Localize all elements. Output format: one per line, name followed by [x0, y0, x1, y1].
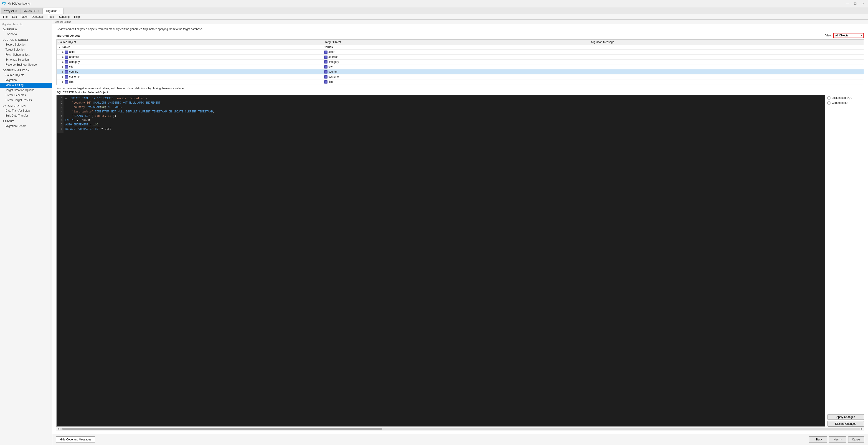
- table-row[interactable]: ▶ city city: [57, 64, 864, 69]
- next-button[interactable]: Next >: [829, 436, 846, 443]
- scroll-right-arrow[interactable]: ▶: [861, 427, 863, 430]
- msg-cell: [589, 75, 864, 80]
- menu-view[interactable]: View: [19, 15, 30, 19]
- sidebar-item-create-target-results[interactable]: Create Target Results: [0, 98, 52, 103]
- tab-azmysql[interactable]: azmysql ✕: [1, 8, 20, 14]
- description-text: Review and edit migrated objects. You ca…: [57, 28, 864, 31]
- sidebar-item-source-selection[interactable]: Source Selection: [0, 42, 52, 47]
- sidebar-item-source-objects[interactable]: Source Objects: [0, 72, 52, 78]
- table-icon: [324, 60, 328, 63]
- row-expand-icon[interactable]: ▶: [62, 65, 64, 68]
- tab-myjoliedb[interactable]: MyJolieDB ✕: [21, 8, 42, 14]
- lock-sql-checkbox[interactable]: [828, 96, 831, 99]
- tab-migration-label: Migration: [46, 9, 57, 12]
- footer-nav-buttons: < Back Next > Cancel: [809, 436, 864, 443]
- tab-myjoliedb-close[interactable]: ✕: [38, 10, 40, 12]
- table-icon: [65, 60, 68, 63]
- objects-table: Source Object Target Object Migration Me…: [57, 39, 864, 85]
- sql-line-numbers: 1 2 3 4 5 6 7 8: [57, 95, 63, 133]
- sql-code[interactable]: ⊖ CREATE TABLE IF NOT EXISTS `sakila`.`c…: [63, 95, 216, 133]
- sidebar: Migration Task List OVERVIEW Overview SO…: [0, 20, 52, 445]
- menu-tools[interactable]: Tools: [46, 15, 57, 19]
- table-row[interactable]: ▼ Tables Tables: [57, 45, 864, 50]
- maximize-button[interactable]: ❑: [852, 2, 859, 6]
- comment-out-checkbox[interactable]: [828, 101, 831, 105]
- target-cell: film: [323, 79, 589, 84]
- menu-scripting[interactable]: Scripting: [57, 15, 72, 19]
- sql-collapse-icon[interactable]: ⊖: [65, 97, 67, 100]
- col-header-source: Source Object: [57, 39, 323, 45]
- msg-cell: [589, 79, 864, 84]
- row-expand-icon[interactable]: ▶: [62, 76, 64, 78]
- content-area: Manual Editing Review and edit migrated …: [52, 20, 868, 445]
- table-row[interactable]: ▶ category category: [57, 59, 864, 64]
- cancel-button[interactable]: Cancel: [848, 436, 864, 443]
- back-button[interactable]: < Back: [809, 436, 827, 443]
- tab-azmysql-close[interactable]: ✕: [15, 10, 17, 12]
- table-row-country[interactable]: ▶ country country: [57, 69, 864, 75]
- sql-editor-container: 1 2 3 4 5 6 7 8 ⊖ CREATE TABLE IF NOT EX…: [57, 95, 864, 426]
- row-expand-icon[interactable]: ▶: [62, 51, 64, 53]
- table-icon: [65, 56, 68, 59]
- table-row[interactable]: ▶ actor actor: [57, 50, 864, 55]
- sidebar-item-target-selection[interactable]: Target Selection: [0, 47, 52, 52]
- tab-migration[interactable]: Migration ✕: [43, 8, 63, 14]
- row-expand-icon[interactable]: ▶: [62, 81, 64, 83]
- table-row[interactable]: ▶ film_actor film_actor: [57, 84, 864, 85]
- table-icon: [65, 70, 68, 73]
- menu-edit[interactable]: Edit: [10, 15, 19, 19]
- tree-expand-icon[interactable]: ▼: [59, 46, 61, 49]
- sidebar-item-target-creation[interactable]: Target Creation Options: [0, 88, 52, 93]
- menu-help[interactable]: Help: [72, 15, 82, 19]
- footer: Hide Code and Messages < Back Next > Can…: [52, 434, 868, 445]
- menu-file[interactable]: File: [1, 15, 10, 19]
- sql-options: Lock edited SQL Comment out Apply Change…: [828, 95, 864, 426]
- target-cell: actor: [323, 50, 589, 55]
- view-dropdown[interactable]: All Objects Migration Problems Column Ma…: [833, 33, 864, 38]
- apply-changes-button[interactable]: Apply Changes: [828, 414, 864, 420]
- msg-cell: [589, 50, 864, 55]
- scroll-left-arrow[interactable]: ◀: [57, 427, 59, 430]
- table-row[interactable]: ▶ film film: [57, 79, 864, 84]
- discard-changes-button[interactable]: Discard Changes: [828, 421, 864, 426]
- target-cell: film_actor: [323, 84, 589, 85]
- sql-editor[interactable]: 1 2 3 4 5 6 7 8 ⊖ CREATE TABLE IF NOT EX…: [57, 95, 825, 426]
- source-cell: ▶ film: [57, 79, 323, 84]
- tab-migration-close[interactable]: ✕: [59, 10, 61, 12]
- menu-database[interactable]: Database: [30, 15, 46, 19]
- sidebar-item-bulk-data-transfer[interactable]: Bulk Data Transfer: [0, 113, 52, 118]
- table-icon: [324, 51, 328, 54]
- scroll-track[interactable]: [60, 428, 860, 430]
- sidebar-item-schemas-selection[interactable]: Schemas Selection: [0, 57, 52, 62]
- scroll-thumb[interactable]: [62, 428, 382, 430]
- table-icon: [324, 70, 328, 73]
- target-group-label: Tables: [323, 45, 589, 50]
- sql-note: You can rename target schemas and tables…: [57, 87, 864, 90]
- horizontal-scrollbar[interactable]: ◀ ▶: [57, 426, 864, 431]
- sidebar-item-migration-report[interactable]: Migration Report: [0, 124, 52, 128]
- table-icon: [324, 65, 328, 68]
- table-row[interactable]: ▶ customer customer: [57, 75, 864, 80]
- lock-sql-label: Lock edited SQL: [832, 96, 852, 99]
- table-icon: [324, 56, 328, 59]
- table-icon: [65, 80, 68, 84]
- sidebar-item-create-schemas[interactable]: Create Schemas: [0, 93, 52, 98]
- sidebar-item-manual-editing[interactable]: Manual Editing: [0, 83, 52, 88]
- hide-code-button[interactable]: Hide Code and Messages: [56, 436, 95, 443]
- tab-azmysql-label: azmysql: [4, 9, 14, 13]
- sidebar-item-migration[interactable]: Migration: [0, 78, 52, 83]
- lock-sql-row: Lock edited SQL: [828, 96, 864, 99]
- table-row[interactable]: ▶ address address: [57, 54, 864, 59]
- comment-out-label: Comment out: [832, 101, 848, 105]
- close-button[interactable]: ✕: [860, 2, 866, 6]
- source-cell: ▶ address: [57, 54, 323, 59]
- row-expand-icon[interactable]: ▶: [62, 70, 64, 73]
- row-expand-icon[interactable]: ▶: [62, 61, 64, 63]
- sidebar-item-reverse-engineer[interactable]: Reverse Engineer Source: [0, 62, 52, 67]
- sidebar-item-overview[interactable]: Overview: [0, 32, 52, 37]
- minimize-button[interactable]: —: [844, 2, 850, 6]
- row-expand-icon[interactable]: ▶: [62, 56, 64, 58]
- sidebar-item-data-transfer-setup[interactable]: Data Transfer Setup: [0, 108, 52, 113]
- sidebar-section-source-target: SOURCE & TARGET: [0, 37, 52, 42]
- sidebar-item-fetch-schemas[interactable]: Fetch Schemas List: [0, 52, 52, 57]
